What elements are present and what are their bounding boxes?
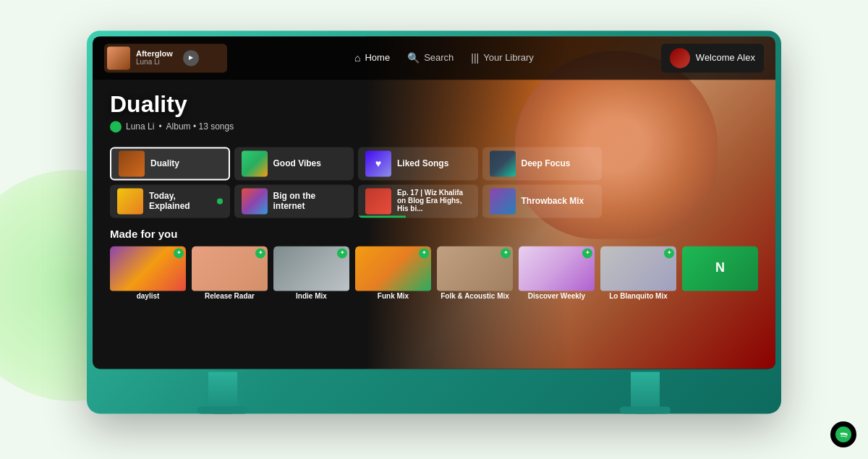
made-for-you-grid: daylist ✦ Release Radar ✦ Indie Mix ✦ — [110, 246, 758, 304]
nav-search[interactable]: 🔍 Search — [407, 52, 454, 64]
now-playing-artist: Luna Li — [136, 58, 173, 66]
quick-item-deep-focus[interactable]: Deep Focus — [482, 147, 603, 180]
made-item-discover-weekly[interactable]: Discover Weekly ✦ — [519, 246, 595, 304]
loblanquito-label: Lo Blanquito Mix — [600, 292, 676, 300]
welcome-badge: Welcome Alex — [661, 43, 764, 72]
album-separator: • — [158, 121, 161, 132]
funk-mix-label: Funk Mix — [355, 292, 431, 300]
spotify-icon — [835, 426, 851, 442]
liked-songs-icon: ♥ — [365, 150, 391, 176]
quick-label-big-internet: Big on the internet — [273, 191, 347, 211]
quick-item-big-internet[interactable]: Big on the internet — [234, 184, 354, 218]
made-item-release-radar[interactable]: Release Radar ✦ — [192, 246, 268, 304]
quick-label-podcast: Ep. 17 | Wiz Khalifa on Blog Era Highs, … — [397, 189, 471, 213]
nav-home[interactable]: ⌂ Home — [354, 52, 390, 64]
tv-frame: Afterglow Luna Li ▶ ⌂ Home 🔍 Search ||| … — [87, 30, 781, 413]
quick-label-good-vibes: Good Vibes — [273, 158, 321, 168]
now-playing-info: Afterglow Luna Li — [136, 49, 173, 66]
funk-badge: ✦ — [419, 248, 429, 258]
album-info: Album • 13 songs — [166, 121, 234, 132]
nav-home-label: Home — [365, 52, 390, 63]
tv-screen: Afterglow Luna Li ▶ ⌂ Home 🔍 Search ||| … — [93, 36, 775, 369]
quick-item-liked-songs[interactable]: ♥ Liked Songs — [358, 147, 478, 180]
spotify-logo — [830, 421, 856, 447]
search-icon: 🔍 — [407, 52, 420, 64]
quick-thumb-today — [117, 188, 143, 214]
album-artist: Luna Li — [126, 121, 154, 132]
release-badge: ✦ — [255, 248, 265, 258]
artist-icon — [110, 121, 122, 132]
album-title: Duality — [110, 91, 758, 118]
stand-leg-left — [208, 372, 237, 413]
now-playing-title: Afterglow — [136, 49, 173, 58]
main-content: Duality Luna Li • Album • 13 songs Duali… — [93, 80, 775, 311]
made-item-loblanquito[interactable]: Lo Blanquito Mix ✦ — [600, 246, 676, 304]
indie-badge: ✦ — [337, 248, 347, 258]
made-item-indie-mix[interactable]: Indie Mix ✦ — [273, 246, 349, 304]
welcome-text: Welcome Alex — [696, 52, 755, 63]
quick-thumb-podcast — [365, 188, 391, 214]
quick-label-duality: Duality — [150, 158, 179, 168]
quick-label-liked-songs: Liked Songs — [397, 158, 448, 168]
quick-thumb-throwback — [490, 188, 516, 214]
new-indicator-dot — [217, 198, 222, 204]
stand-leg-right — [631, 372, 660, 413]
podcast-progress-bar — [358, 215, 406, 218]
navbar: Afterglow Luna Li ▶ ⌂ Home 🔍 Search ||| … — [93, 36, 775, 80]
tv-stand — [93, 372, 775, 413]
user-avatar — [670, 48, 690, 68]
discover-weekly-label: Discover Weekly — [519, 292, 595, 300]
daylist-label: daylist — [110, 292, 186, 300]
play-button[interactable]: ▶ — [183, 50, 199, 66]
made-item-funk-mix[interactable]: Funk Mix ✦ — [355, 246, 431, 304]
quick-label-today: Today, Explained — [149, 191, 211, 211]
quick-label-throwback: Throwback Mix — [522, 196, 584, 206]
nav-center: ⌂ Home 🔍 Search ||| Your Library — [354, 52, 534, 64]
quick-item-today-explained[interactable]: Today, Explained — [110, 184, 230, 218]
quick-thumb-big-internet — [242, 188, 268, 214]
nav-library-label: Your Library — [483, 52, 534, 63]
loblanquito-badge: ✦ — [664, 248, 674, 258]
album-meta: Luna Li • Album • 13 songs — [110, 121, 758, 132]
quick-thumb-good-vibes — [242, 150, 268, 176]
indie-mix-label: Indie Mix — [273, 292, 349, 300]
folk-mix-label: Folk & Acoustic Mix — [437, 292, 513, 300]
nav-search-label: Search — [424, 52, 454, 63]
made-item-folk-mix[interactable]: Folk & Acoustic Mix ✦ — [437, 246, 513, 304]
quick-access-grid: Duality Good Vibes ♥ Liked Songs Deep Fo… — [110, 147, 602, 218]
made-for-you-section: Made for you daylist ✦ Release Radar ✦ — [110, 228, 758, 304]
quick-thumb-deep-focus — [490, 150, 516, 176]
library-icon: ||| — [471, 52, 479, 64]
quick-item-podcast[interactable]: Ep. 17 | Wiz Khalifa on Blog Era Highs, … — [358, 184, 478, 218]
release-radar-label: Release Radar — [192, 292, 268, 300]
made-for-you-title: Made for you — [110, 228, 758, 240]
more-thumb: N — [682, 246, 758, 291]
discover-badge: ✦ — [582, 248, 592, 258]
home-icon: ⌂ — [354, 52, 360, 64]
now-playing-bar[interactable]: Afterglow Luna Li ▶ — [104, 43, 227, 72]
made-item-daylist[interactable]: daylist ✦ — [110, 246, 186, 304]
made-item-more[interactable]: N — [682, 246, 758, 304]
nav-library[interactable]: ||| Your Library — [471, 52, 534, 64]
quick-item-duality[interactable]: Duality — [110, 147, 230, 180]
quick-item-throwback[interactable]: Throwback Mix — [482, 184, 603, 218]
quick-item-good-vibes[interactable]: Good Vibes — [234, 147, 354, 180]
folk-badge: ✦ — [501, 248, 511, 258]
quick-thumb-duality — [119, 150, 145, 176]
now-playing-thumbnail — [107, 46, 130, 69]
daylist-badge: ✦ — [174, 248, 184, 258]
quick-label-deep-focus: Deep Focus — [522, 158, 571, 168]
